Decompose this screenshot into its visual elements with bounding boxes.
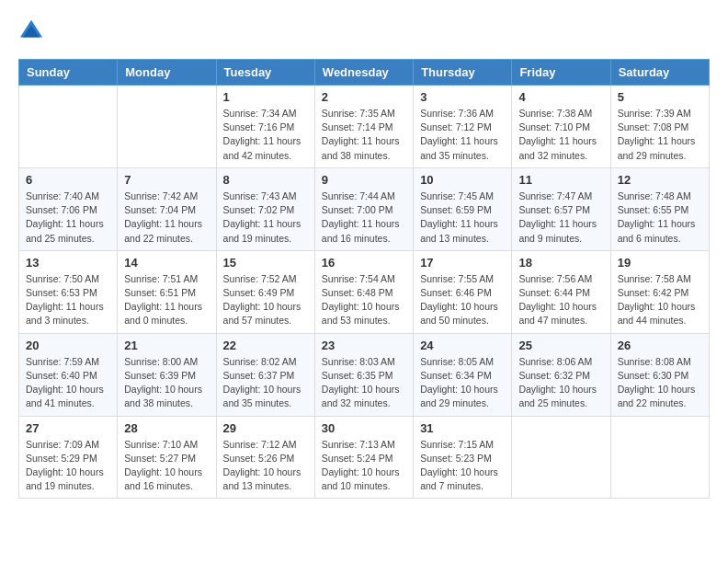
day-number: 9 [322,173,406,187]
calendar-cell: 16Sunrise: 7:54 AMSunset: 6:48 PMDayligh… [314,250,413,333]
day-number: 11 [518,173,603,187]
day-info: Sunrise: 7:51 AMSunset: 6:51 PMDaylight:… [124,272,209,328]
weekday-header-monday: Monday [118,60,216,86]
day-number: 7 [124,173,209,187]
day-info: Sunrise: 7:35 AMSunset: 7:14 PMDaylight:… [322,107,406,163]
day-info: Sunrise: 8:05 AMSunset: 6:34 PMDaylight:… [420,355,505,411]
calendar-cell: 12Sunrise: 7:48 AMSunset: 6:55 PMDayligh… [610,167,709,250]
day-number: 8 [223,173,308,187]
day-info: Sunrise: 7:59 AMSunset: 6:40 PMDaylight:… [26,355,110,411]
day-number: 13 [26,256,110,270]
day-number: 28 [124,421,209,435]
weekday-header-wednesday: Wednesday [314,60,413,86]
calendar-cell: 7Sunrise: 7:42 AMSunset: 7:04 PMDaylight… [118,167,216,250]
day-info: Sunrise: 7:40 AMSunset: 7:06 PMDaylight:… [26,190,110,246]
day-number: 23 [322,339,406,352]
day-info: Sunrise: 7:43 AMSunset: 7:02 PMDaylight:… [223,190,308,246]
calendar-cell: 21Sunrise: 8:00 AMSunset: 6:39 PMDayligh… [118,333,216,416]
weekday-header-thursday: Thursday [414,60,512,86]
day-number: 21 [124,339,209,352]
calendar-cell: 10Sunrise: 7:45 AMSunset: 6:59 PMDayligh… [414,167,512,250]
calendar-cell: 28Sunrise: 7:10 AMSunset: 5:27 PMDayligh… [118,416,216,499]
calendar-cell: 27Sunrise: 7:09 AMSunset: 5:29 PMDayligh… [19,416,118,499]
day-number: 30 [322,421,406,435]
calendar-cell: 8Sunrise: 7:43 AMSunset: 7:02 PMDaylight… [216,167,314,250]
calendar-cell: 11Sunrise: 7:47 AMSunset: 6:57 PMDayligh… [512,167,610,250]
day-info: Sunrise: 8:00 AMSunset: 6:39 PMDaylight:… [124,355,209,411]
page-header [18,18,710,44]
day-info: Sunrise: 7:15 AMSunset: 5:23 PMDaylight:… [420,438,505,494]
day-number: 18 [518,256,603,270]
calendar-cell: 19Sunrise: 7:58 AMSunset: 6:42 PMDayligh… [610,250,709,333]
calendar-cell: 3Sunrise: 7:36 AMSunset: 7:12 PMDaylight… [414,86,512,168]
day-info: Sunrise: 7:55 AMSunset: 6:46 PMDaylight:… [420,272,505,328]
weekday-header-sunday: Sunday [19,60,118,86]
calendar-week-3: 13Sunrise: 7:50 AMSunset: 6:53 PMDayligh… [19,250,710,333]
calendar-cell: 25Sunrise: 8:06 AMSunset: 6:32 PMDayligh… [512,333,610,416]
calendar-cell [610,416,709,499]
calendar-cell: 1Sunrise: 7:34 AMSunset: 7:16 PMDaylight… [216,86,314,168]
day-info: Sunrise: 8:06 AMSunset: 6:32 PMDaylight:… [518,355,603,411]
calendar-cell: 5Sunrise: 7:39 AMSunset: 7:08 PMDaylight… [610,86,709,168]
calendar-cell: 17Sunrise: 7:55 AMSunset: 6:46 PMDayligh… [414,250,512,333]
day-number: 14 [124,256,209,270]
weekday-header-tuesday: Tuesday [216,60,314,86]
day-info: Sunrise: 8:03 AMSunset: 6:35 PMDaylight:… [322,355,406,411]
day-number: 4 [518,90,603,104]
day-info: Sunrise: 7:42 AMSunset: 7:04 PMDaylight:… [124,190,209,246]
calendar-cell: 4Sunrise: 7:38 AMSunset: 7:10 PMDaylight… [512,86,610,168]
calendar-cell: 15Sunrise: 7:52 AMSunset: 6:49 PMDayligh… [216,250,314,333]
calendar-week-1: 1Sunrise: 7:34 AMSunset: 7:16 PMDaylight… [19,86,710,168]
day-info: Sunrise: 7:13 AMSunset: 5:24 PMDaylight:… [322,438,406,494]
day-number: 31 [420,421,505,435]
day-info: Sunrise: 7:50 AMSunset: 6:53 PMDaylight:… [26,272,110,328]
calendar-week-4: 20Sunrise: 7:59 AMSunset: 6:40 PMDayligh… [19,333,710,416]
day-number: 27 [26,421,110,435]
calendar-cell: 29Sunrise: 7:12 AMSunset: 5:26 PMDayligh… [216,416,314,499]
day-info: Sunrise: 7:38 AMSunset: 7:10 PMDaylight:… [518,107,603,163]
day-number: 22 [223,339,308,352]
day-info: Sunrise: 8:02 AMSunset: 6:37 PMDaylight:… [223,355,308,411]
day-number: 1 [223,90,308,104]
day-info: Sunrise: 7:10 AMSunset: 5:27 PMDaylight:… [124,438,209,494]
day-number: 5 [618,90,702,104]
day-number: 20 [26,339,110,352]
day-number: 16 [322,256,406,270]
day-number: 26 [618,339,702,352]
day-info: Sunrise: 7:09 AMSunset: 5:29 PMDaylight:… [26,438,110,494]
calendar-cell: 20Sunrise: 7:59 AMSunset: 6:40 PMDayligh… [19,333,118,416]
day-info: Sunrise: 7:39 AMSunset: 7:08 PMDaylight:… [618,107,702,163]
calendar-cell [118,86,216,168]
calendar-cell: 30Sunrise: 7:13 AMSunset: 5:24 PMDayligh… [314,416,413,499]
calendar-cell: 22Sunrise: 8:02 AMSunset: 6:37 PMDayligh… [216,333,314,416]
day-info: Sunrise: 7:34 AMSunset: 7:16 PMDaylight:… [223,107,308,163]
day-number: 17 [420,256,505,270]
day-number: 24 [420,339,505,352]
calendar-cell [512,416,610,499]
weekday-header-friday: Friday [512,60,610,86]
calendar-cell: 18Sunrise: 7:56 AMSunset: 6:44 PMDayligh… [512,250,610,333]
calendar-cell: 2Sunrise: 7:35 AMSunset: 7:14 PMDaylight… [314,86,413,168]
day-info: Sunrise: 8:08 AMSunset: 6:30 PMDaylight:… [618,355,702,411]
calendar-cell: 13Sunrise: 7:50 AMSunset: 6:53 PMDayligh… [19,250,118,333]
day-info: Sunrise: 7:44 AMSunset: 7:00 PMDaylight:… [322,190,406,246]
logo [18,18,48,44]
calendar-week-5: 27Sunrise: 7:09 AMSunset: 5:29 PMDayligh… [19,416,710,499]
calendar-cell: 23Sunrise: 8:03 AMSunset: 6:35 PMDayligh… [314,333,413,416]
day-info: Sunrise: 7:52 AMSunset: 6:49 PMDaylight:… [223,272,308,328]
calendar-cell: 31Sunrise: 7:15 AMSunset: 5:23 PMDayligh… [414,416,512,499]
day-number: 3 [420,90,505,104]
day-number: 15 [223,256,308,270]
day-number: 10 [420,173,505,187]
calendar-cell: 14Sunrise: 7:51 AMSunset: 6:51 PMDayligh… [118,250,216,333]
weekday-header-row: SundayMondayTuesdayWednesdayThursdayFrid… [19,60,710,86]
day-number: 12 [618,173,702,187]
day-info: Sunrise: 7:58 AMSunset: 6:42 PMDaylight:… [618,272,702,328]
day-info: Sunrise: 7:56 AMSunset: 6:44 PMDaylight:… [518,272,603,328]
calendar-cell [19,86,118,168]
day-info: Sunrise: 7:12 AMSunset: 5:26 PMDaylight:… [223,438,308,494]
calendar-cell: 26Sunrise: 8:08 AMSunset: 6:30 PMDayligh… [610,333,709,416]
calendar-table: SundayMondayTuesdayWednesdayThursdayFrid… [18,59,710,499]
day-number: 29 [223,421,308,435]
day-info: Sunrise: 7:45 AMSunset: 6:59 PMDaylight:… [420,190,505,246]
